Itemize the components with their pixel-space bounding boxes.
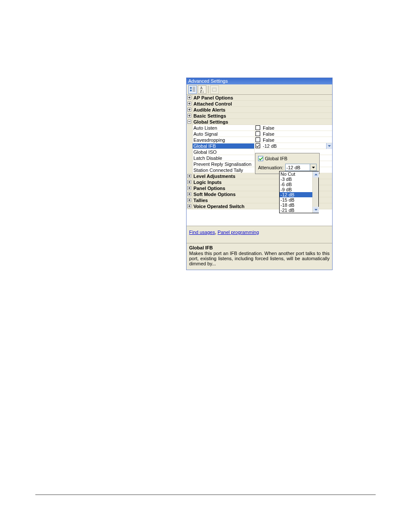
attenuation-value: -12 dB <box>286 165 300 170</box>
svg-marker-11 <box>314 209 318 211</box>
category-label: Logic Inputs <box>193 180 221 185</box>
attenuation-combo[interactable]: -12 dB <box>285 164 317 171</box>
expand-icon[interactable] <box>187 185 193 191</box>
description-title: Global IFB <box>189 245 330 250</box>
checkbox-icon[interactable] <box>255 125 260 130</box>
gutter <box>187 143 193 149</box>
page: Advanced Settings AZ↓ AP Panel Options A… <box>0 0 411 532</box>
gutter <box>187 167 193 173</box>
scroll-up-button[interactable] <box>313 171 319 177</box>
prop-auto-listen[interactable]: Auto Listen False <box>187 125 332 131</box>
expand-icon[interactable] <box>187 107 193 113</box>
combo-dropdown-button[interactable] <box>310 164 316 171</box>
svg-rect-7 <box>212 88 216 89</box>
svg-marker-9 <box>312 167 315 168</box>
expand-icon[interactable] <box>187 95 193 101</box>
description-panel: Global IFB Makes this port an IFB destin… <box>187 243 332 270</box>
dropdown-option[interactable]: -6 dB <box>280 182 312 187</box>
prop-value: False <box>262 125 274 131</box>
prop-value-cell[interactable]: False <box>254 125 332 131</box>
toolbar-separator <box>208 86 209 93</box>
svg-rect-0 <box>190 87 192 89</box>
window-titlebar[interactable]: Advanced Settings <box>187 78 332 84</box>
prop-value-cell[interactable]: -12 dB <box>254 143 332 149</box>
window-title: Advanced Settings <box>188 78 228 84</box>
dropdown-option[interactable]: No Cut <box>280 171 312 177</box>
prop-name: Eavesdropping <box>193 137 254 143</box>
category-ap-panel[interactable]: AP Panel Options <box>187 95 332 101</box>
dropdown-option[interactable]: -3 dB <box>280 177 312 182</box>
prop-eavesdropping[interactable]: Eavesdropping False <box>187 137 332 143</box>
expand-icon[interactable] <box>187 203 193 209</box>
expand-icon[interactable] <box>187 179 193 185</box>
category-label: Level Adjustments <box>193 174 235 179</box>
expand-icon[interactable] <box>187 113 193 119</box>
expand-icon[interactable] <box>187 197 193 203</box>
checkbox-icon[interactable] <box>255 137 260 142</box>
prop-value: False <box>262 137 274 143</box>
category-label: Audible Alerts <box>193 107 225 112</box>
scroll-down-button[interactable] <box>313 207 319 213</box>
svg-rect-5 <box>193 91 195 91</box>
prop-name: Auto Listen <box>193 125 254 131</box>
attenuation-dropdown-list[interactable]: No Cut-3 dB-6 dB-9 dB-12 dB-15 dB-18 dB-… <box>279 171 319 213</box>
expand-icon[interactable] <box>187 173 193 179</box>
category-label: Attached Control <box>193 101 232 106</box>
category-label: Soft Mode Options <box>193 192 236 197</box>
prop-value-cell[interactable]: False <box>254 131 332 137</box>
property-pages-button[interactable] <box>210 85 219 94</box>
panel-programming-link[interactable]: Panel programming <box>218 230 259 235</box>
category-label: AP Panel Options <box>193 95 233 100</box>
gutter <box>187 125 193 131</box>
prop-value-cell[interactable]: False <box>254 137 332 143</box>
description-text: Makes this port an IFB destination. When… <box>189 251 330 266</box>
dropdown-option[interactable]: -18 dB <box>280 202 312 208</box>
global-ifb-checkbox[interactable] <box>258 156 263 161</box>
gutter <box>187 137 193 143</box>
gutter <box>187 131 193 137</box>
category-audible-alerts[interactable]: Audible Alerts <box>187 107 332 113</box>
prop-name: Prevent Reply Signalisation <box>193 162 254 167</box>
prop-auto-signal[interactable]: Auto Signal False <box>187 131 332 137</box>
attenuation-label: Attenuation: <box>258 165 283 170</box>
scrollbar[interactable] <box>312 171 318 213</box>
category-label: Global Settings <box>193 119 228 124</box>
prop-name: Auto Signal <box>193 131 254 137</box>
categorized-button[interactable] <box>188 85 197 94</box>
category-attached-control[interactable]: Attached Control <box>187 101 332 107</box>
svg-rect-2 <box>193 87 195 87</box>
popup-checkbox-label: Global IFB <box>265 156 287 161</box>
find-usages-link[interactable]: Find usages <box>189 230 215 235</box>
dropdown-option[interactable]: -21 dB <box>280 208 312 213</box>
expand-icon[interactable] <box>187 101 193 107</box>
svg-marker-8 <box>328 145 331 147</box>
popup-checkbox-row: Global IFB <box>258 156 317 161</box>
checkbox-icon[interactable] <box>255 143 260 148</box>
category-global-settings[interactable]: Global Settings <box>187 119 332 125</box>
category-label: Panel Options <box>193 186 225 191</box>
category-basic-settings[interactable]: Basic Settings <box>187 113 332 119</box>
prop-name: Global ISO <box>193 149 254 155</box>
popup-attenuation-row: Attenuation: -12 dB <box>258 164 317 171</box>
dropdown-option[interactable]: -15 dB <box>280 197 312 202</box>
dropdown-option[interactable]: -12 dB <box>280 192 312 197</box>
gutter <box>187 161 193 167</box>
collapse-icon[interactable] <box>187 119 193 125</box>
category-label: Tallies <box>193 198 208 203</box>
alphabetical-button[interactable]: AZ↓ <box>198 85 206 94</box>
checkbox-icon[interactable] <box>255 131 260 136</box>
dropdown-button[interactable] <box>326 143 332 149</box>
prop-name: Station Connected Tally <box>193 168 254 173</box>
dropdown-option[interactable]: -9 dB <box>280 187 312 192</box>
prop-value: -12 dB <box>262 143 277 149</box>
footer-rule <box>35 495 376 495</box>
prop-name: Global IFB <box>193 143 254 149</box>
svg-rect-1 <box>190 90 192 91</box>
gutter <box>187 149 193 155</box>
svg-rect-4 <box>193 90 195 90</box>
prop-name: Latch Disable <box>193 156 254 161</box>
expand-icon[interactable] <box>187 191 193 197</box>
category-label: Voice Operated Switch <box>193 204 244 209</box>
toolbar: AZ↓ <box>187 84 332 95</box>
prop-global-ifb[interactable]: Global IFB -12 dB <box>187 143 332 149</box>
